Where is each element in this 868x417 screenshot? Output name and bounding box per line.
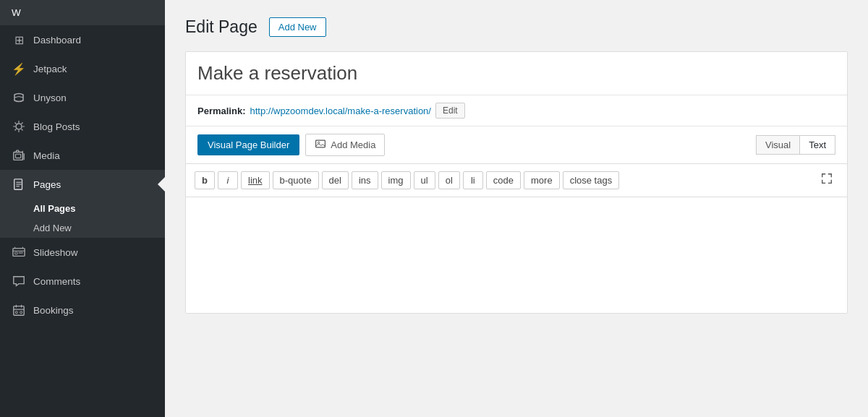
sidebar-item-jetpack[interactable]: ⚡ Jetpack: [0, 54, 165, 83]
permalink-bar: Permalink: http://wpzoomdev.local/make-a…: [186, 95, 847, 126]
sidebar-item-pages[interactable]: Pages: [0, 170, 165, 199]
main-content: Edit Page Add New Permalink: http://wpzo…: [165, 0, 868, 417]
sidebar: W ⊞ Dashboard ⚡ Jetpack Unyson Blog Post…: [0, 0, 165, 417]
permalink-label: Permalink:: [197, 106, 245, 116]
permalink-url[interactable]: http://wpzoomdev.local/make-a-reservatio…: [250, 106, 430, 116]
sidebar-item-label: Bookings: [33, 305, 74, 316]
visual-page-builder-button[interactable]: Visual Page Builder: [197, 134, 299, 155]
sidebar-item-blog-posts[interactable]: Blog Posts: [0, 112, 165, 141]
sidebar-item-slideshow[interactable]: Slideshow: [0, 238, 165, 267]
format-bold-button[interactable]: b: [195, 171, 215, 189]
sidebar-item-comments[interactable]: Comments: [0, 267, 165, 296]
tab-text[interactable]: Text: [800, 136, 835, 154]
svg-rect-2: [16, 154, 21, 158]
sidebar-item-label: Unyson: [33, 93, 67, 103]
page-title: Edit Page: [185, 17, 258, 37]
expand-editor-button[interactable]: [815, 170, 838, 191]
editor-toolbar-format: b i link b-quote del ins img ul ol li co…: [186, 164, 847, 197]
add-media-icon: [315, 138, 326, 152]
comments-icon: [12, 274, 26, 288]
header-add-new-button[interactable]: Add New: [269, 17, 326, 37]
format-link-button[interactable]: link: [241, 171, 270, 189]
dashboard-icon: ⊞: [12, 33, 26, 47]
add-media-button[interactable]: Add Media: [305, 134, 385, 156]
sidebar-item-media[interactable]: Media: [0, 141, 165, 170]
format-ol-button[interactable]: ol: [438, 171, 460, 189]
wp-logo: W: [12, 7, 21, 18]
slideshow-icon: [12, 245, 26, 259]
page-title-input[interactable]: [186, 52, 847, 95]
add-new-label: Add New: [33, 223, 72, 233]
tab-visual[interactable]: Visual: [757, 136, 800, 154]
format-bquote-button[interactable]: b-quote: [273, 171, 319, 189]
blog-posts-icon: [12, 119, 26, 134]
unyson-icon: [12, 90, 26, 105]
sidebar-item-bookings[interactable]: Bookings: [0, 296, 165, 324]
page-header: Edit Page Add New: [185, 17, 848, 37]
sidebar-item-label: Pages: [33, 179, 61, 190]
editor-body[interactable]: [186, 197, 847, 313]
add-media-label: Add Media: [331, 139, 375, 150]
svg-rect-5: [15, 252, 18, 254]
svg-rect-7: [14, 306, 24, 316]
sidebar-item-unyson[interactable]: Unyson: [0, 83, 165, 112]
sidebar-item-label: Comments: [33, 276, 80, 287]
format-italic-button[interactable]: i: [218, 171, 238, 189]
format-more-button[interactable]: more: [524, 171, 560, 189]
all-pages-label: All Pages: [33, 203, 76, 214]
editor-toolbar-top: Visual Page Builder Add Media Visual Tex…: [186, 126, 847, 164]
pages-icon: [12, 177, 26, 192]
svg-point-11: [318, 142, 320, 143]
sidebar-item-label: Jetpack: [33, 64, 67, 74]
permalink-edit-button[interactable]: Edit: [435, 103, 465, 119]
format-close-tags-button[interactable]: close tags: [563, 171, 620, 189]
media-icon: [12, 148, 26, 163]
sidebar-item-label: Dashboard: [33, 35, 81, 46]
format-code-button[interactable]: code: [486, 171, 521, 189]
sidebar-item-label: Blog Posts: [33, 121, 80, 132]
jetpack-icon: ⚡: [12, 61, 26, 76]
view-tabs: Visual Text: [756, 135, 835, 155]
svg-rect-9: [20, 311, 22, 314]
format-ul-button[interactable]: ul: [414, 171, 435, 189]
format-img-button[interactable]: img: [381, 171, 411, 189]
sidebar-item-label: Slideshow: [33, 247, 78, 258]
svg-rect-1: [14, 152, 23, 160]
sidebar-subitem-all-pages[interactable]: All Pages: [0, 199, 165, 218]
wp-logo-item[interactable]: W: [0, 0, 165, 25]
sidebar-subitem-add-new[interactable]: Add New: [0, 218, 165, 238]
format-del-button[interactable]: del: [322, 171, 349, 189]
format-ins-button[interactable]: ins: [352, 171, 378, 189]
svg-rect-8: [16, 311, 18, 314]
bookings-icon: [12, 303, 26, 317]
sidebar-item-label: Media: [33, 150, 60, 161]
format-li-button[interactable]: li: [463, 171, 483, 189]
svg-rect-10: [316, 140, 326, 147]
svg-point-0: [16, 124, 22, 129]
svg-rect-6: [19, 252, 22, 253]
sidebar-item-dashboard[interactable]: ⊞ Dashboard: [0, 25, 165, 54]
editor-container: Permalink: http://wpzoomdev.local/make-a…: [185, 51, 848, 314]
